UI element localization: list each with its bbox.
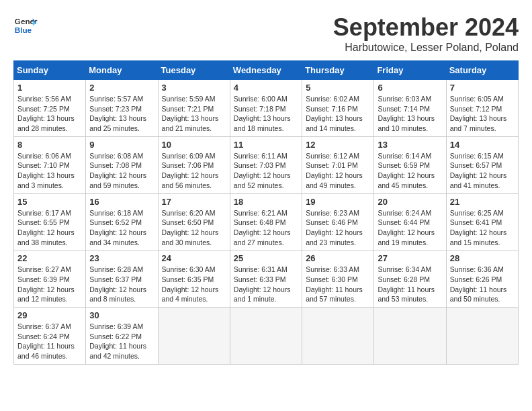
day-number: 16 — [89, 197, 154, 207]
calendar-day: 14Sunrise: 6:15 AMSunset: 6:57 PMDayligh… — [446, 136, 518, 193]
day-info: Sunrise: 5:59 AMSunset: 7:21 PMDaylight:… — [162, 94, 226, 134]
title-block: September 2024 Harbutowice, Lesser Polan… — [333, 13, 519, 54]
calendar-day — [374, 308, 446, 365]
day-number: 15 — [17, 197, 82, 207]
calendar-day — [230, 308, 302, 365]
calendar-day: 5Sunrise: 6:02 AMSunset: 7:16 PMDaylight… — [302, 80, 374, 137]
day-info: Sunrise: 6:34 AMSunset: 6:28 PMDaylight:… — [378, 265, 442, 304]
header-sunday: Sunday — [14, 61, 86, 80]
calendar-day: 25Sunrise: 6:31 AMSunset: 6:33 PMDayligh… — [230, 250, 302, 308]
day-info: Sunrise: 5:57 AMSunset: 7:23 PMDaylight:… — [89, 94, 154, 134]
calendar-day: 15Sunrise: 6:17 AMSunset: 6:55 PMDayligh… — [14, 193, 86, 250]
day-info: Sunrise: 6:09 AMSunset: 7:06 PMDaylight:… — [162, 151, 226, 191]
header-tuesday: Tuesday — [158, 61, 230, 80]
location: Harbutowice, Lesser Poland, Poland — [333, 42, 519, 54]
day-number: 28 — [450, 253, 515, 263]
header-wednesday: Wednesday — [230, 61, 302, 80]
header-saturday: Saturday — [446, 61, 518, 80]
calendar-day: 19Sunrise: 6:23 AMSunset: 6:46 PMDayligh… — [302, 193, 374, 250]
day-info: Sunrise: 6:15 AMSunset: 6:57 PMDaylight:… — [450, 151, 515, 191]
logo: General Blue — [13, 13, 38, 38]
month-title: September 2024 — [333, 13, 519, 42]
calendar-day: 8Sunrise: 6:06 AMSunset: 7:10 PMDaylight… — [14, 136, 86, 193]
calendar-week-2: 8Sunrise: 6:06 AMSunset: 7:10 PMDaylight… — [14, 136, 519, 193]
calendar-day: 3Sunrise: 5:59 AMSunset: 7:21 PMDaylight… — [158, 80, 230, 137]
calendar-day: 13Sunrise: 6:14 AMSunset: 6:59 PMDayligh… — [374, 136, 446, 193]
calendar-day: 16Sunrise: 6:18 AMSunset: 6:52 PMDayligh… — [86, 193, 158, 250]
day-info: Sunrise: 6:18 AMSunset: 6:52 PMDaylight:… — [89, 208, 154, 248]
day-info: Sunrise: 6:17 AMSunset: 6:55 PMDaylight:… — [17, 208, 82, 248]
day-number: 7 — [450, 83, 515, 93]
day-number: 10 — [162, 140, 226, 150]
day-info: Sunrise: 6:27 AMSunset: 6:39 PMDaylight:… — [17, 265, 82, 304]
day-number: 24 — [162, 253, 226, 263]
day-number: 19 — [306, 197, 370, 207]
day-info: Sunrise: 6:03 AMSunset: 7:14 PMDaylight:… — [378, 94, 442, 134]
day-number: 5 — [306, 83, 370, 93]
day-number: 2 — [89, 83, 154, 93]
day-number: 27 — [378, 253, 442, 263]
day-info: Sunrise: 6:39 AMSunset: 6:22 PMDaylight:… — [89, 322, 154, 361]
day-number: 17 — [162, 197, 226, 207]
day-number: 11 — [234, 140, 298, 150]
day-number: 3 — [162, 83, 226, 93]
day-info: Sunrise: 6:02 AMSunset: 7:16 PMDaylight:… — [306, 94, 370, 134]
calendar-day: 12Sunrise: 6:12 AMSunset: 7:01 PMDayligh… — [302, 136, 374, 193]
day-info: Sunrise: 5:56 AMSunset: 7:25 PMDaylight:… — [17, 94, 82, 134]
day-number: 1 — [17, 83, 82, 93]
calendar-day: 2Sunrise: 5:57 AMSunset: 7:23 PMDaylight… — [86, 80, 158, 137]
calendar-day — [158, 308, 230, 365]
page-header: General Blue September 2024 Harbutowice,… — [13, 13, 519, 54]
calendar-day: 29Sunrise: 6:37 AMSunset: 6:24 PMDayligh… — [14, 308, 86, 365]
calendar-day — [446, 308, 518, 365]
day-number: 14 — [450, 140, 515, 150]
calendar-week-5: 29Sunrise: 6:37 AMSunset: 6:24 PMDayligh… — [14, 308, 519, 365]
calendar-day: 26Sunrise: 6:33 AMSunset: 6:30 PMDayligh… — [302, 250, 374, 308]
calendar-day: 17Sunrise: 6:20 AMSunset: 6:50 PMDayligh… — [158, 193, 230, 250]
day-info: Sunrise: 6:30 AMSunset: 6:35 PMDaylight:… — [162, 265, 226, 304]
day-number: 25 — [234, 253, 298, 263]
day-number: 13 — [378, 140, 442, 150]
day-info: Sunrise: 6:23 AMSunset: 6:46 PMDaylight:… — [306, 208, 370, 248]
day-info: Sunrise: 6:28 AMSunset: 6:37 PMDaylight:… — [89, 265, 154, 304]
day-info: Sunrise: 6:31 AMSunset: 6:33 PMDaylight:… — [234, 265, 298, 304]
day-info: Sunrise: 6:36 AMSunset: 6:26 PMDaylight:… — [450, 265, 515, 304]
calendar-day: 11Sunrise: 6:11 AMSunset: 7:03 PMDayligh… — [230, 136, 302, 193]
day-number: 26 — [306, 253, 370, 263]
calendar-day: 18Sunrise: 6:21 AMSunset: 6:48 PMDayligh… — [230, 193, 302, 250]
calendar-day: 9Sunrise: 6:08 AMSunset: 7:08 PMDaylight… — [86, 136, 158, 193]
logo-icon: General Blue — [13, 13, 38, 38]
calendar-day: 30Sunrise: 6:39 AMSunset: 6:22 PMDayligh… — [86, 308, 158, 365]
day-info: Sunrise: 6:33 AMSunset: 6:30 PMDaylight:… — [306, 265, 370, 304]
day-number: 22 — [17, 253, 82, 263]
day-number: 9 — [89, 140, 154, 150]
calendar-day: 1Sunrise: 5:56 AMSunset: 7:25 PMDaylight… — [14, 80, 86, 137]
header-friday: Friday — [374, 61, 446, 80]
calendar-week-4: 22Sunrise: 6:27 AMSunset: 6:39 PMDayligh… — [14, 250, 519, 308]
day-number: 6 — [378, 83, 442, 93]
calendar-week-1: 1Sunrise: 5:56 AMSunset: 7:25 PMDaylight… — [14, 80, 519, 137]
calendar-day: 24Sunrise: 6:30 AMSunset: 6:35 PMDayligh… — [158, 250, 230, 308]
day-number: 12 — [306, 140, 370, 150]
calendar-table: SundayMondayTuesdayWednesdayThursdayFrid… — [13, 60, 519, 365]
calendar-day: 21Sunrise: 6:25 AMSunset: 6:41 PMDayligh… — [446, 193, 518, 250]
day-info: Sunrise: 6:11 AMSunset: 7:03 PMDaylight:… — [234, 151, 298, 191]
header-thursday: Thursday — [302, 61, 374, 80]
day-info: Sunrise: 6:08 AMSunset: 7:08 PMDaylight:… — [89, 151, 154, 191]
calendar-day: 20Sunrise: 6:24 AMSunset: 6:44 PMDayligh… — [374, 193, 446, 250]
calendar-header-row: SundayMondayTuesdayWednesdayThursdayFrid… — [14, 61, 519, 80]
day-info: Sunrise: 6:05 AMSunset: 7:12 PMDaylight:… — [450, 94, 515, 134]
calendar-day: 10Sunrise: 6:09 AMSunset: 7:06 PMDayligh… — [158, 136, 230, 193]
calendar-day: 22Sunrise: 6:27 AMSunset: 6:39 PMDayligh… — [14, 250, 86, 308]
day-info: Sunrise: 6:20 AMSunset: 6:50 PMDaylight:… — [162, 208, 226, 248]
header-monday: Monday — [86, 61, 158, 80]
day-info: Sunrise: 6:12 AMSunset: 7:01 PMDaylight:… — [306, 151, 370, 191]
calendar-day: 28Sunrise: 6:36 AMSunset: 6:26 PMDayligh… — [446, 250, 518, 308]
day-info: Sunrise: 6:25 AMSunset: 6:41 PMDaylight:… — [450, 208, 515, 248]
calendar-day: 6Sunrise: 6:03 AMSunset: 7:14 PMDaylight… — [374, 80, 446, 137]
calendar-week-3: 15Sunrise: 6:17 AMSunset: 6:55 PMDayligh… — [14, 193, 519, 250]
day-number: 29 — [17, 310, 82, 320]
calendar-day: 7Sunrise: 6:05 AMSunset: 7:12 PMDaylight… — [446, 80, 518, 137]
day-number: 23 — [89, 253, 154, 263]
day-info: Sunrise: 6:24 AMSunset: 6:44 PMDaylight:… — [378, 208, 442, 248]
